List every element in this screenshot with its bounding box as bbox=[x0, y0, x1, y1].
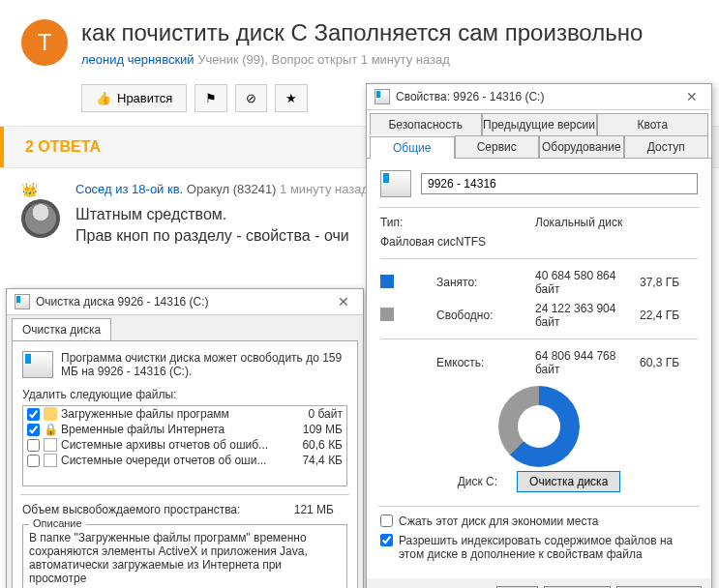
type-value: Локальный диск bbox=[535, 216, 698, 229]
answerer-rank: Оракул (83241) bbox=[187, 182, 277, 196]
asker-link[interactable]: леонид чернявский bbox=[81, 52, 195, 67]
answerer-avatar[interactable] bbox=[21, 199, 60, 238]
block-button[interactable]: ⊘ bbox=[235, 84, 267, 112]
folder-icon bbox=[44, 407, 57, 421]
disk-label: Диск C: bbox=[458, 475, 497, 488]
list-item: Системные архивы отчетов об ошиб... 60,6… bbox=[23, 437, 346, 453]
asker-avatar[interactable]: Т bbox=[21, 19, 68, 66]
close-icon[interactable]: ✕ bbox=[680, 89, 704, 104]
crown-icon: 👑 bbox=[21, 182, 60, 197]
lock-icon: 🔒 bbox=[44, 423, 57, 436]
list-item: Загруженные файлы программ 0 байт bbox=[23, 406, 346, 422]
free-gb: 22,4 ГБ bbox=[640, 309, 698, 322]
cleanup-intro: Программа очистки диска может освободить… bbox=[61, 351, 347, 378]
props-tabs: Безопасность Предыдущие версии Квота Общ… bbox=[367, 110, 711, 159]
type-label: Тип: bbox=[380, 216, 477, 229]
file-checkbox[interactable] bbox=[27, 424, 40, 436]
fs-label: Файловая сисNTFS bbox=[380, 235, 535, 249]
file-list-label: Удалить следующие файлы: bbox=[22, 388, 347, 401]
free-label: Свободно: bbox=[436, 309, 535, 322]
asker-rank: Ученик (99) bbox=[197, 52, 264, 67]
document-icon bbox=[44, 454, 57, 467]
list-item: Системные очереди отчетов об оши... 74,4… bbox=[23, 453, 346, 468]
capacity-label: Емкость: bbox=[436, 356, 535, 369]
disk-cleanup-button[interactable]: Очистка диска bbox=[517, 471, 620, 492]
cleanup-titlebar[interactable]: Очистка диска 9926 - 14316 (C:) ✕ bbox=[7, 289, 363, 315]
used-label: Занято: bbox=[436, 276, 535, 289]
question-header: Т как почистить диск С Заполняется сам п… bbox=[0, 0, 719, 76]
used-bytes: 40 684 580 864 байт bbox=[535, 269, 640, 296]
tab-security[interactable]: Безопасность bbox=[370, 113, 482, 135]
question-status: Вопрос открыт 1 минуту назад bbox=[272, 52, 450, 67]
tab-service[interactable]: Сервис bbox=[455, 135, 540, 158]
freeable-value: 121 МБ bbox=[294, 503, 334, 516]
free-bytes: 24 122 363 904 байт bbox=[535, 302, 640, 329]
file-checkbox[interactable] bbox=[27, 455, 40, 467]
description-label: Описание bbox=[29, 517, 86, 529]
answerer-link[interactable]: Сосед из 18-ой кв. bbox=[75, 182, 183, 196]
star-icon: ★ bbox=[285, 91, 297, 105]
volume-name-input[interactable] bbox=[421, 173, 698, 194]
free-color-icon bbox=[380, 308, 394, 321]
file-list[interactable]: Загруженные файлы программ 0 байт 🔒 Врем… bbox=[22, 405, 347, 486]
drive-properties-dialog: Свойства: 9926 - 14316 (C:) ✕ Безопаснос… bbox=[366, 83, 712, 588]
tab-general[interactable]: Общие bbox=[370, 136, 455, 159]
close-icon[interactable]: ✕ bbox=[332, 294, 355, 309]
description-box: Описание В папке "Загруженные файлы прог… bbox=[22, 524, 347, 588]
index-checkbox[interactable] bbox=[380, 534, 393, 546]
usage-donut-chart bbox=[498, 386, 580, 467]
answer-time: 1 минуту назад bbox=[280, 182, 369, 196]
capacity-gb: 60,3 ГБ bbox=[640, 356, 698, 369]
tab-previous-versions[interactable]: Предыдущие версии bbox=[482, 113, 597, 135]
dialog-buttons: OK Отмена Применить bbox=[367, 578, 711, 588]
cleanup-pane: Программа очистки диска может освободить… bbox=[12, 340, 358, 588]
like-button[interactable]: 👍Нравится bbox=[81, 84, 187, 112]
drive-icon bbox=[15, 294, 30, 309]
tab-quota[interactable]: Квота bbox=[597, 113, 709, 135]
cleanup-title-text: Очистка диска 9926 - 14316 (C:) bbox=[36, 295, 209, 309]
compress-option[interactable]: Сжать этот диск для экономии места bbox=[380, 514, 698, 528]
capacity-bytes: 64 806 944 768 байт bbox=[535, 349, 640, 376]
bookmark-button[interactable]: ⚑ bbox=[195, 84, 227, 112]
file-checkbox[interactable] bbox=[27, 408, 40, 421]
document-icon bbox=[44, 438, 57, 452]
drive-icon bbox=[374, 89, 390, 104]
used-gb: 37,8 ГБ bbox=[640, 276, 698, 289]
description-text: В папке "Загруженные файлы программ" вре… bbox=[29, 531, 341, 585]
props-general-pane: Тип: Локальный диск Файловая сисNTFS Зан… bbox=[367, 159, 711, 578]
tab-access[interactable]: Доступ bbox=[624, 135, 709, 158]
props-titlebar[interactable]: Свойства: 9926 - 14316 (C:) ✕ bbox=[367, 84, 711, 110]
disk-cleanup-dialog: Очистка диска 9926 - 14316 (C:) ✕ Очистк… bbox=[6, 288, 364, 588]
index-option[interactable]: Разрешить индексировать содержимое файло… bbox=[380, 534, 698, 561]
list-item: 🔒 Временные файлы Интернета 109 МБ bbox=[23, 422, 346, 437]
props-title-text: Свойства: 9926 - 14316 (C:) bbox=[396, 90, 544, 103]
tab-hardware[interactable]: Оборудование bbox=[539, 135, 624, 158]
compress-checkbox[interactable] bbox=[380, 514, 393, 527]
flag-icon: ⚑ bbox=[205, 91, 217, 105]
star-button[interactable]: ★ bbox=[275, 84, 308, 112]
thumb-up-icon: 👍 bbox=[96, 91, 111, 105]
question-meta: леонид чернявский Ученик (99), Вопрос от… bbox=[81, 52, 643, 67]
file-checkbox[interactable] bbox=[27, 439, 40, 452]
used-color-icon bbox=[380, 275, 394, 288]
freeable-label: Объем высвобождаемого пространства: bbox=[22, 503, 240, 516]
question-title: как почистить диск С Заполняется сам про… bbox=[81, 19, 643, 46]
block-icon: ⊘ bbox=[246, 91, 256, 105]
tab-cleanup[interactable]: Очистка диска bbox=[12, 318, 111, 340]
drive-icon bbox=[22, 351, 53, 378]
drive-icon bbox=[380, 170, 411, 197]
